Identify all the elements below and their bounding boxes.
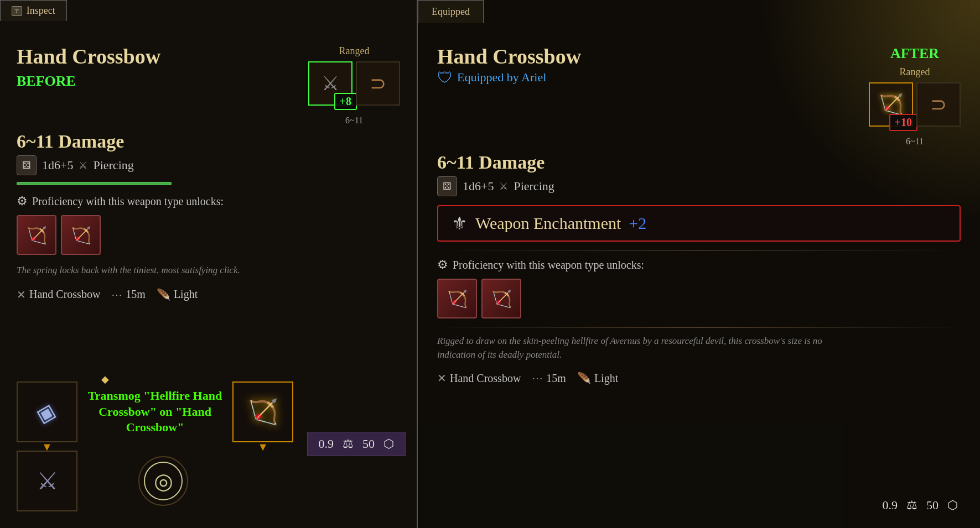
right-proficiency-section: ⚙ Proficiency with this weapon type unlo… — [437, 258, 961, 272]
right-damage-detail: ⚄ 1d6+5 ⚔ Piercing — [437, 176, 961, 196]
right-damage-range-sub: 6~11 — [906, 137, 924, 147]
right-item-damage: 6~11 Damage — [437, 152, 961, 173]
equipped-by-row: 🛡 Equipped by Ariel — [437, 69, 869, 87]
plus-badge-right: +10 — [889, 114, 917, 131]
prop-range-left: ⋯ 15m — [111, 288, 146, 301]
equipped-tab[interactable]: Equipped — [418, 0, 484, 23]
range-prop-icon-right: ⋯ — [532, 372, 543, 385]
tab-label: Inspect — [27, 5, 55, 17]
golden-crossbow-main-right: 🏹 — [879, 93, 904, 116]
target-icon: ◎ — [144, 462, 183, 500]
sword-icon-right: ⚔ — [499, 180, 508, 192]
crossbow-icon-main: ⚔ — [322, 72, 339, 95]
right-title-col: Hand Crossbow 🛡 Equipped by Ariel — [437, 45, 869, 91]
transmog-text-container: Transmog "Hellfire Hand Crossbow" on "Ha… — [77, 388, 232, 436]
light-prop-icon-right: 🪶 — [577, 372, 591, 385]
skill-icon-right-1: 🏹 — [437, 279, 477, 318]
right-item-images: AFTER Ranged 🏹 +10 ⊃ 6~11 — [869, 45, 961, 147]
right-flavor-text: Rigged to draw on the skin-peeling hellf… — [437, 334, 825, 362]
crossbow-icon-alt-right: ⊃ — [930, 93, 947, 116]
weight-icon-right: ⚖ — [906, 498, 917, 513]
right-ranged-label: Ranged — [900, 66, 930, 78]
right-damage-type: Piercing — [514, 179, 554, 194]
left-proficiency-section: ⚙ Proficiency with this weapon type unlo… — [17, 194, 400, 208]
left-proficiency-text: Proficiency with this weapon type unlock… — [32, 195, 224, 208]
crossbow-image-main-right: 🏹 +10 — [869, 82, 913, 127]
equipped-by-text: Equipped by Ariel — [457, 70, 546, 85]
separator-2 — [437, 327, 961, 328]
right-item-title: Hand Crossbow — [437, 45, 869, 69]
left-ranged-label: Ranged — [339, 45, 370, 57]
skill-icon-1-glyph: 🏹 — [27, 226, 47, 245]
gold-value-right: 50 — [926, 498, 938, 513]
weight-gold-bar-right: 0.9 ⚖ 50 ⬡ — [872, 494, 969, 517]
skill-icon-right-2-glyph: 🏹 — [491, 289, 512, 309]
left-damage-type: Piercing — [93, 158, 133, 172]
gear-icon-left: ⚙ — [17, 194, 28, 208]
left-damage-formula: 1d6+5 — [42, 158, 73, 172]
before-label: BEFORE — [17, 73, 160, 90]
left-flavor-text: The spring locks back with the tiniest, … — [17, 264, 400, 277]
right-panel: Equipped Hand Crossbow 🛡 Equipped by Ari… — [418, 0, 980, 528]
prop-light-label-right: Light — [594, 372, 618, 385]
left-content: Hand Crossbow BEFORE Ranged ⚔ +8 ⊃ 6 — [0, 34, 417, 528]
prop-light-left: 🪶 Light — [157, 288, 198, 301]
shield-icon-blue: 🛡 — [437, 69, 453, 87]
shard-icon: ◈ — [33, 394, 61, 430]
skill-icon-2: 🏹 — [61, 215, 101, 255]
enchant-label: Weapon Enchantment — [475, 214, 621, 233]
weapon-images-right: 🏹 +10 ⊃ — [869, 82, 961, 127]
prop-light-label: Light — [174, 288, 198, 301]
prop-range-right: ⋯ 15m — [532, 372, 566, 385]
gear-icon-right: ⚙ — [437, 258, 448, 272]
inspect-tab[interactable]: T Inspect — [0, 0, 67, 21]
prop-weapon-type-left: ✕ Hand Crossbow — [17, 288, 100, 301]
transmog-grid-row: ◈ ▼ Transmog "Hellfire Hand Crossbow" on… — [17, 381, 293, 442]
left-item-images: Ranged ⚔ +8 ⊃ 6~11 — [308, 45, 400, 126]
sword-icon-left: ⚔ — [79, 159, 87, 171]
enchantment-box: ⚜ Weapon Enchantment +2 — [437, 205, 961, 242]
left-damage-range-sub: 6~11 — [345, 116, 363, 126]
health-bar-left — [17, 182, 172, 185]
dice-icon-left: ⚄ — [17, 155, 37, 175]
left-item-title: Hand Crossbow — [17, 45, 160, 69]
right-header: Hand Crossbow 🛡 Equipped by Ariel AFTER … — [437, 45, 961, 147]
transmog-grid-row2: ⚔ ◎ — [17, 451, 188, 511]
left-item-damage: 6~11 Damage — [17, 131, 400, 152]
weapon-images-left: ⚔ +8 ⊃ — [308, 61, 400, 106]
weight-value-right: 0.9 — [883, 498, 898, 513]
transmog-area: ◆ ◈ ▼ Transmog "Hellfire Hand Crossbow" … — [0, 373, 417, 528]
prop-range-label: 15m — [126, 288, 146, 301]
crossbow-image-alt: ⊃ — [356, 61, 400, 106]
skill-icon-right-2: 🏹 — [481, 279, 521, 318]
left-panel: T Inspect Hand Crossbow BEFORE Ranged ⚔ … — [0, 0, 418, 528]
transmog-label: Transmog "Hellfire Hand Crossbow" on "Ha… — [83, 388, 227, 436]
crossbow-icon-alt: ⊃ — [370, 72, 386, 95]
main-container: T Inspect Hand Crossbow BEFORE Ranged ⚔ … — [0, 0, 980, 528]
gold-icon-right: ⬡ — [947, 498, 958, 513]
left-header: Hand Crossbow BEFORE Ranged ⚔ +8 ⊃ 6 — [17, 45, 400, 126]
skill-icon-right-1-glyph: 🏹 — [447, 289, 468, 309]
prop-weapon-type-right: ✕ Hand Crossbow — [437, 372, 521, 385]
enchant-icon: ⚜ — [452, 213, 468, 234]
crossbow-image-main: ⚔ +8 — [308, 61, 352, 106]
right-skill-icons: 🏹 🏹 — [437, 279, 961, 318]
right-weapon-properties: ✕ Hand Crossbow ⋯ 15m 🪶 Light — [437, 372, 961, 385]
prop-light-right: 🪶 Light — [577, 372, 618, 385]
target-item: ◎ — [138, 456, 188, 506]
skill-icon-2-glyph: 🏹 — [71, 226, 91, 245]
prop-weapon-type-label-right: Hand Crossbow — [450, 372, 521, 385]
arrow-down-2: ▼ — [257, 441, 268, 453]
equipped-tab-label: Equipped — [432, 6, 470, 17]
golden-crossbow-icon: 🏹 — [248, 398, 278, 426]
right-damage-formula: 1d6+5 — [463, 179, 494, 194]
right-content: Hand Crossbow 🛡 Equipped by Ariel AFTER … — [418, 34, 980, 528]
golden-crossbow-item: 🏹 — [232, 381, 293, 442]
left-skill-icons: 🏹 🏹 — [17, 215, 400, 255]
crossbow-prop-icon: ✕ — [17, 288, 26, 301]
range-prop-icon: ⋯ — [111, 288, 122, 301]
prop-range-label-right: 15m — [546, 372, 566, 385]
right-proficiency-text: Proficiency with this weapon type unlock… — [453, 259, 644, 271]
prop-weapon-type-label: Hand Crossbow — [29, 288, 100, 301]
plus-badge-left: +8 — [334, 93, 357, 110]
